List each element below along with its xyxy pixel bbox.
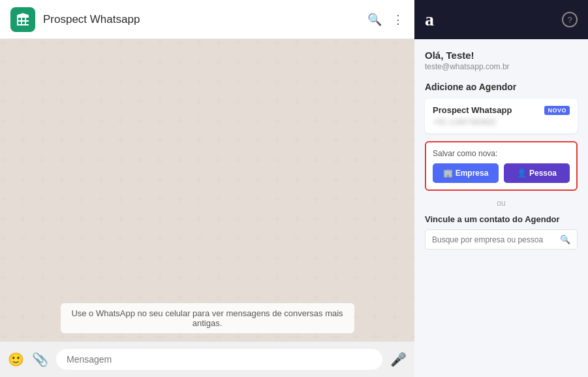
greeting-email: teste@whatsapp.com.br bbox=[425, 62, 578, 71]
building-icon bbox=[15, 12, 31, 27]
input-bar: 🙂 📎 🎤 bbox=[0, 341, 414, 377]
pessoa-button[interactable]: 👤 Pessoa bbox=[504, 163, 570, 183]
message-input[interactable] bbox=[56, 349, 382, 370]
agendor-header: a ? bbox=[414, 0, 588, 39]
greeting-name: Olá, Teste! bbox=[425, 50, 578, 61]
contact-card: Prospect Whatsapp NOVO +55 11997360892 bbox=[425, 99, 578, 133]
search-icon[interactable]: 🔍 bbox=[367, 12, 382, 27]
whatsapp-header: Prospect Whatsapp 🔍 ⋮ bbox=[0, 0, 414, 39]
contact-card-header: Prospect Whatsapp NOVO bbox=[433, 105, 570, 115]
empresa-button[interactable]: 🏢 Empresa bbox=[433, 163, 499, 183]
contact-card-name: Prospect Whatsapp bbox=[433, 105, 512, 115]
contact-search-input[interactable] bbox=[432, 235, 556, 244]
vincule-title: Vincule a um contato do Agendor bbox=[425, 214, 578, 224]
contact-card-phone: +55 11997360892 bbox=[433, 118, 570, 127]
whatsapp-panel: Prospect Whatsapp 🔍 ⋮ Use o WhatsApp no … bbox=[0, 0, 414, 377]
header-icons: 🔍 ⋮ bbox=[367, 12, 404, 27]
mic-icon[interactable]: 🎤 bbox=[390, 352, 407, 367]
menu-icon[interactable]: ⋮ bbox=[392, 12, 404, 27]
chat-area: Use o WhatsApp no seu celular para ver m… bbox=[0, 39, 414, 341]
app-title: Prospect Whatsapp bbox=[43, 13, 367, 26]
ou-divider: ou bbox=[425, 199, 578, 208]
empresa-label: Empresa bbox=[456, 169, 489, 178]
search-small-icon: 🔍 bbox=[560, 235, 570, 244]
add-section-title: Adicione ao Agendor bbox=[425, 82, 578, 92]
old-messages-notice: Use o WhatsApp no seu celular para ver m… bbox=[61, 303, 354, 333]
search-box: 🔍 bbox=[425, 229, 578, 250]
salvar-buttons: 🏢 Empresa 👤 Pessoa bbox=[433, 163, 570, 183]
help-button[interactable]: ? bbox=[562, 12, 578, 27]
agendor-logo: a bbox=[425, 9, 434, 30]
agendor-panel: a ? Olá, Teste! teste@whatsapp.com.br Ad… bbox=[414, 0, 588, 377]
emoji-icon[interactable]: 🙂 bbox=[8, 352, 24, 367]
person-btn-icon: 👤 bbox=[517, 169, 527, 178]
app-logo bbox=[10, 7, 35, 32]
pessoa-label: Pessoa bbox=[529, 169, 557, 178]
salvar-section: Salvar como nova: 🏢 Empresa 👤 Pessoa bbox=[425, 141, 578, 191]
building-btn-icon: 🏢 bbox=[443, 169, 453, 178]
attach-icon[interactable]: 📎 bbox=[32, 352, 48, 367]
salvar-label: Salvar como nova: bbox=[433, 149, 570, 158]
agendor-body: Olá, Teste! teste@whatsapp.com.br Adicio… bbox=[414, 39, 588, 377]
novo-badge: NOVO bbox=[544, 106, 570, 115]
